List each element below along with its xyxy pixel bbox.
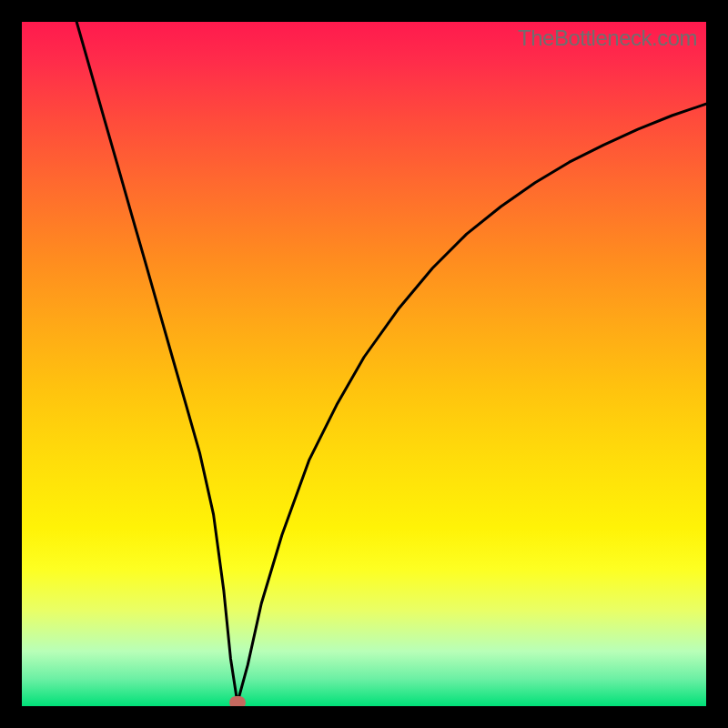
bottleneck-curve (76, 22, 706, 703)
plot-area: TheBottleneck.com (22, 22, 706, 706)
optimal-point-marker (229, 696, 246, 706)
chart-frame: TheBottleneck.com (0, 0, 728, 728)
curve-svg (22, 22, 706, 706)
